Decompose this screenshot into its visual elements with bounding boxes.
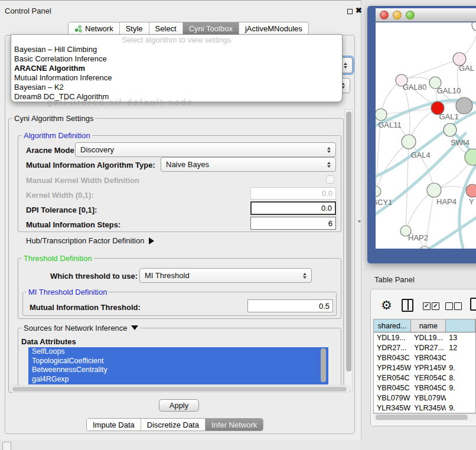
- aracne-mode-select[interactable]: Discovery: [75, 142, 336, 157]
- control-panel-window: Control Panel ✖ NetworkStyleSelectCyni T…: [0, 0, 361, 440]
- list-scrollbar-thumb[interactable]: [321, 348, 326, 382]
- node-hap4-label: HAP4: [436, 197, 457, 206]
- table-body: YDL19...YDL19...13YDR27...YDR27...12YBR0…: [374, 332, 475, 413]
- manual-kernel-width-checkbox[interactable]: [326, 175, 334, 184]
- node-gal-partial-label: GAL: [459, 64, 474, 73]
- table-cell: YPR145W: [411, 364, 446, 372]
- network-window-titlebar[interactable]: [376, 8, 476, 22]
- column-header-shared[interactable]: shared...: [374, 319, 411, 332]
- apply-button[interactable]: Apply: [159, 399, 199, 412]
- network-edge[interactable]: [406, 142, 409, 231]
- threshold-definition-legend: Threshold Definition: [22, 254, 94, 263]
- document-icon[interactable]: [470, 298, 476, 311]
- node-gray[interactable]: [456, 97, 472, 114]
- panel-title: Control Panel: [5, 6, 51, 15]
- tab-jactivemnodules[interactable]: jActiveMNodules: [239, 22, 308, 34]
- cursor-artifact: ▸: [358, 218, 361, 224]
- table-row[interactable]: YBR043CYBR043C: [374, 353, 475, 363]
- algorithm-option-aracne-algorithm[interactable]: ARACNE Algorithm: [11, 64, 342, 73]
- tab-style[interactable]: Style: [119, 22, 149, 34]
- algorithm-option-basic-correlation-inference[interactable]: Basic Correlation Inference: [11, 54, 342, 64]
- node-salmon-label: Y: [469, 197, 474, 206]
- node-gal11[interactable]: [376, 109, 387, 120]
- tab-label: Network: [85, 24, 113, 33]
- network-edge-thick[interactable]: [422, 216, 476, 249]
- gear-icon[interactable]: ⚙: [381, 299, 392, 311]
- node-gal1-label: GAL1: [439, 112, 458, 121]
- dpi-tolerance-label: DPI Tolerance [0,1]:: [26, 206, 97, 214]
- tab-cyni-toolbox[interactable]: Cyni Toolbox: [182, 22, 239, 34]
- mi-algorithm-type-select[interactable]: Naive Bayes: [161, 157, 336, 172]
- aracne-mode-label: Aracne Mode:: [26, 146, 77, 155]
- settings-horizontal-scrollbar-thumb[interactable]: [12, 387, 347, 392]
- table-row[interactable]: YPR145WYPR145W9.: [374, 363, 475, 373]
- table-row[interactable]: YBR045CYBR045C9.: [374, 383, 475, 393]
- tab-label: Style: [126, 24, 143, 33]
- algorithm-option-bayesian-k2[interactable]: Bayesian – K2: [11, 83, 342, 92]
- mi-steps-input[interactable]: [250, 217, 336, 230]
- table-horizontal-scrollbar-thumb[interactable]: [376, 415, 468, 420]
- attribute-item-gal4rgexp[interactable]: gal4RGexp: [28, 375, 328, 384]
- zoom-traffic-light[interactable]: [406, 11, 415, 19]
- attribute-item-betweennesscentrality[interactable]: BetweennessCentrality: [28, 366, 328, 375]
- node-gal4[interactable]: [402, 135, 416, 149]
- which-threshold-select[interactable]: MI Threshold: [139, 268, 312, 283]
- node-top-right[interactable]: [472, 22, 476, 31]
- stepper-arrows-icon: [301, 273, 309, 279]
- table-cell: YBL079W: [411, 394, 446, 402]
- select-all-checkbox-icon[interactable]: ✓: [432, 302, 439, 310]
- minimize-traffic-light[interactable]: [393, 11, 402, 19]
- table-cell: YBR043C: [411, 354, 446, 362]
- node-swi4[interactable]: [444, 123, 457, 136]
- network-edge[interactable]: [406, 190, 434, 231]
- dpi-tolerance-input[interactable]: [250, 201, 336, 215]
- split-columns-icon[interactable]: [402, 299, 413, 312]
- hub-definition-toggle[interactable]: Hub/Transcription Factor Definition: [26, 236, 154, 245]
- tab-select[interactable]: Select: [149, 22, 182, 34]
- tab-network[interactable]: Network: [69, 22, 119, 34]
- clear-checkbox-icon[interactable]: [445, 302, 453, 310]
- algorithm-definition-legend: Algorithm Definition: [22, 131, 92, 140]
- kernel-width-input[interactable]: [250, 187, 336, 200]
- settings-vertical-scrollbar-thumb[interactable]: [346, 112, 351, 371]
- manual-kernel-width-label: Manual Kernel Width Definition: [26, 176, 139, 185]
- close-icon[interactable]: ✖: [356, 6, 362, 15]
- mi-algorithm-type-label: Mutual Information Algorithm Type:: [26, 161, 155, 169]
- node-swi4-label: SWI4: [451, 138, 470, 147]
- data-attributes-label: Data Attributes: [21, 337, 76, 346]
- network-canvas[interactable]: GALGAL80GAL10GAL1GAL11SWI4GAL4YHAP4GCY1H…: [376, 22, 476, 249]
- node-salmon[interactable]: [466, 184, 476, 197]
- attribute-item-topologicalcoefficient[interactable]: TopologicalCoefficient: [28, 357, 328, 366]
- algorithm-option-mutual-information-inference[interactable]: Mutual Information Inference: [11, 73, 342, 83]
- tab-discretize-data[interactable]: Discretize Data: [141, 419, 205, 431]
- sources-legend[interactable]: Sources for Network Inference: [22, 324, 140, 332]
- node-gcy1-label: GCY1: [376, 198, 392, 207]
- column-header-name[interactable]: name: [411, 319, 446, 332]
- docked-panel-icon[interactable]: [2, 442, 11, 450]
- attribute-item-selfloops[interactable]: SelfLoops: [28, 347, 328, 357]
- node-bottom[interactable]: [419, 246, 430, 249]
- column-header-2[interactable]: [446, 319, 475, 332]
- tab-infer-network[interactable]: Infer Network: [205, 419, 263, 431]
- select-all-checkbox-icon[interactable]: ✓: [423, 302, 431, 310]
- node-gal4-label: GAL4: [410, 151, 430, 159]
- tab-label: jActiveMNodules: [245, 24, 302, 33]
- tab-impute-data[interactable]: Impute Data: [87, 419, 141, 431]
- table-row[interactable]: YER054CYER054C8.: [374, 373, 475, 383]
- table-row[interactable]: YDR27...YDR27...12: [374, 343, 475, 353]
- network-edge[interactable]: [402, 59, 459, 80]
- mi-threshold-input[interactable]: [247, 299, 333, 312]
- node-hap4[interactable]: [427, 183, 441, 197]
- node-green-large[interactable]: [465, 149, 476, 165]
- table-row[interactable]: YBL079WYBL079W: [374, 393, 475, 403]
- float-window-icon[interactable]: [347, 9, 353, 14]
- table-row[interactable]: YDL19...YDL19...13: [374, 332, 475, 343]
- close-traffic-light[interactable]: [380, 11, 389, 19]
- node-hap2-label: HAP2: [408, 233, 428, 242]
- node-gcy1[interactable]: [376, 186, 381, 197]
- mi-steps-label: Mutual Information Steps:: [26, 220, 120, 229]
- clear-checkbox-icon[interactable]: [454, 302, 462, 310]
- table-row[interactable]: YLR345WYLR345W9.: [374, 403, 475, 413]
- algorithm-option-bayesian-hill-climbing[interactable]: Bayesian – Hill Climbing: [11, 45, 342, 54]
- mi-threshold-definition-legend: MI Threshold Definition: [27, 288, 109, 296]
